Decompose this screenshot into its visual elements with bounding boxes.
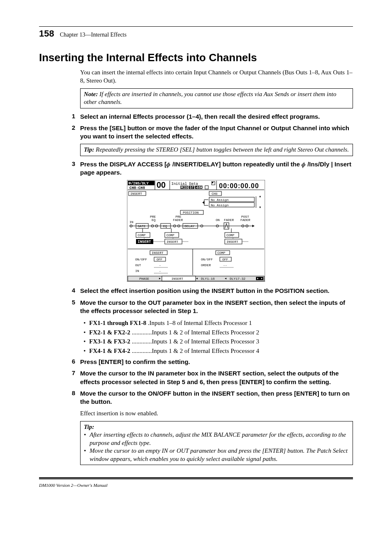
lcd-screenshot: Φ/INS/DLY CH8-CH8 00 Initial Data MIDI S… [127, 180, 265, 282]
section-heading: Inserting the Internal Effects into Chan… [39, 51, 353, 64]
note-text: If effects are inserted in channels, you… [84, 91, 336, 106]
fx-line-3: •FX3-1 & FX3-2 .............Inputs 1 & 2… [80, 337, 353, 346]
step-3: 3 Press the DISPLAY ACCESS [𝜙 /INSERT/DE… [39, 160, 353, 177]
svg-text:OFF: OFF [157, 258, 163, 261]
phi-icon: 𝜙 [302, 161, 307, 168]
svg-text:IN: IN [129, 220, 134, 224]
tip-text: Repeatedly pressing the STEREO [SEL] but… [94, 146, 349, 153]
svg-text:FADER: FADER [240, 218, 250, 222]
tip-item-2: •Move the cursor to an empty IN or OUT p… [84, 447, 349, 463]
svg-text:COMP: COMP [138, 233, 145, 237]
step-2: 2 Press the [SEL] button or move the fad… [39, 124, 353, 141]
fig-tab: Φ/INS/DLY [129, 182, 149, 186]
step-8-body: Effect insertion is now enabled. [80, 409, 353, 417]
svg-text:INSERT: INSERT [138, 240, 151, 244]
svg-rect-14 [212, 182, 213, 183]
svg-text:EQ: EQ [163, 224, 167, 228]
chapter-title: Chapter 13—Internal Effects [60, 32, 127, 38]
svg-text:INSERT: INSERT [166, 240, 178, 244]
footer-rule [39, 477, 353, 479]
step-number: 3 [39, 160, 80, 177]
step-8: 8 Move the cursor to the ON/OFF button i… [39, 389, 353, 406]
svg-text:-: - [159, 263, 161, 267]
svg-text:ON: ON [216, 218, 220, 222]
fig-prognum: 00 [157, 180, 166, 189]
svg-text:COMP: COMP [217, 251, 225, 255]
fig-timecode: 00:00:00.00 [219, 182, 259, 189]
svg-text:COMP: COMP [226, 233, 234, 237]
svg-text:--: -- [223, 263, 227, 267]
step-number: 6 [39, 358, 80, 366]
fig-assign2: No Assign [211, 203, 228, 207]
svg-rect-0 [127, 180, 265, 282]
step-number: 8 [39, 389, 80, 406]
step-text: Press the [SEL] button or move the fader… [80, 124, 353, 141]
svg-text:ON/OFF: ON/OFF [135, 258, 147, 261]
svg-text:DLY17-32: DLY17-32 [230, 277, 246, 281]
step-6: 6 Press [ENTER] to confirm the setting. [39, 358, 353, 366]
svg-text:INSERT: INSERT [152, 251, 164, 255]
svg-text:PHASE: PHASE [139, 277, 149, 281]
step-text: Select the effect insertion position usi… [80, 287, 353, 295]
note-box: Note: If effects are inserted in channel… [80, 88, 353, 108]
step-1: 1 Select an internal Effects processor (… [39, 113, 353, 121]
step-number: 2 [39, 124, 80, 141]
step-text: Move the cursor to the IN parameter box … [80, 369, 353, 386]
fx-line-4: •FX4-1 & FX4-2 .............Inputs 1 & 2… [80, 346, 353, 356]
tip-label: Tip: [84, 423, 349, 431]
svg-text:INSERT: INSERT [226, 240, 238, 244]
svg-text:ON/OFF: ON/OFF [201, 258, 213, 261]
step-text: Select an internal Effects processor (1–… [80, 113, 353, 121]
svg-rect-95 [256, 277, 263, 280]
fig-ch-label: CH8 [212, 192, 218, 196]
step-number: 5 [39, 299, 80, 315]
step-number: 1 [39, 113, 80, 121]
step-text: Move the cursor to the OUT parameter box… [80, 299, 353, 315]
phi-icon: 𝜙 [166, 161, 172, 168]
header-rule [39, 26, 353, 27]
note-label: Note: [84, 91, 98, 97]
svg-text:48K: 48K [196, 186, 203, 190]
svg-text:GATE: GATE [138, 224, 145, 228]
svg-text:COMP: COMP [166, 233, 174, 237]
svg-text:DELAY: DELAY [184, 224, 194, 228]
page-number: 158 [39, 28, 54, 39]
fig-insert-label: INSERT [130, 192, 142, 196]
page-header: 158 Chapter 13—Internal Effects [39, 28, 353, 39]
step-text-b: /INSERT/DELAY] button repeatedly until t… [173, 161, 302, 168]
step-number: 4 [39, 287, 80, 295]
step-7: 7 Move the cursor to the IN parameter bo… [39, 369, 353, 386]
fig-assign1: No Assign [211, 198, 228, 202]
svg-text:-: - [159, 269, 161, 273]
fx-line-1: •FX1-1 through FX1-8 .Inputs 1–8 of Inte… [80, 318, 353, 328]
svg-text:FADER: FADER [173, 218, 183, 222]
svg-text:OUT: OUT [135, 263, 141, 267]
step-5: 5 Move the cursor to the OUT parameter b… [39, 299, 353, 315]
fig-position-label: POSITION [183, 211, 199, 214]
footer-text: DM1000 Version 2—Owner's Manual [39, 483, 353, 488]
svg-text:DLY1-16: DLY1-16 [201, 277, 215, 281]
step-4: 4 Select the effect insertion position u… [39, 287, 353, 295]
step-text-a: Press the DISPLAY ACCESS [ [80, 161, 166, 168]
intro-paragraph: You can insert the internal effects into… [80, 68, 353, 85]
step-number: 7 [39, 369, 80, 386]
svg-text:EQ: EQ [152, 218, 156, 222]
svg-text:MIDI: MIDI [181, 186, 190, 190]
step-text: Press the DISPLAY ACCESS [𝜙 /INSERT/DELA… [80, 160, 353, 177]
fx-line-2: •FX2-1 & FX2-2 .............Inputs 1 & 2… [80, 328, 353, 337]
tip-label: Tip: [84, 146, 94, 153]
tip-box-2: Tip: •After inserting effects to channel… [80, 421, 353, 465]
svg-text:ORDER: ORDER [201, 263, 211, 267]
step-text: Move the cursor to the ON/OFF button in … [80, 389, 353, 406]
svg-text:ST: ST [189, 186, 194, 190]
svg-text:OFF: OFF [222, 258, 228, 261]
svg-text:IN: IN [135, 269, 139, 273]
tip-box-1: Tip: Repeatedly pressing the STEREO [SEL… [80, 144, 353, 156]
step-text: Press [ENTER] to confirm the setting. [80, 358, 353, 366]
tip-item-1: •After inserting effects to channels, ad… [84, 431, 349, 447]
svg-text:INSERT: INSERT [171, 277, 183, 281]
svg-text:FADER: FADER [224, 218, 234, 222]
